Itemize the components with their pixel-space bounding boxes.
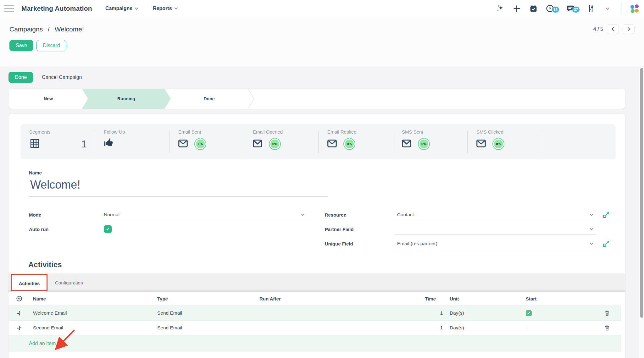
auto-run-label: Auto run (29, 227, 101, 232)
grid-icon (29, 138, 40, 150)
segments-count: 1 (81, 139, 87, 150)
page-scrollbar[interactable] (639, 67, 644, 358)
email-opened-gauge: 0% (269, 138, 281, 150)
drag-handle-icon[interactable] (8, 325, 30, 331)
resource-external-link-icon[interactable] (603, 212, 609, 218)
statusbar: New Running Done (8, 89, 625, 109)
add-an-item-link[interactable]: Add an item (29, 341, 56, 346)
envelope-icon (402, 140, 411, 149)
tab-configuration[interactable]: Configuration (47, 273, 92, 292)
stat-sms-sent[interactable]: SMS Sent 0% (393, 124, 468, 159)
chevron-down-icon (135, 6, 138, 9)
table-row[interactable]: Second Email Send Email 1 Day(s) (8, 321, 621, 335)
hamburger-menu-icon[interactable] (4, 5, 14, 12)
add-item-row: Add an item (8, 335, 621, 352)
sparkles-icon[interactable] (496, 4, 504, 13)
sms-sent-gauge: 0% (418, 138, 430, 150)
unique-field-select[interactable]: Email (res.partner) (395, 238, 596, 249)
kpi-panel: Segments 1 Follow-Up Email Sent 1% Email… (20, 124, 616, 159)
start-checkbox-unchecked[interactable] (526, 325, 526, 331)
column-header-time[interactable]: Time (406, 296, 443, 301)
chevron-down-icon (174, 6, 178, 9)
activities-heading: Activities (28, 260, 625, 269)
sliders-icon[interactable] (587, 4, 595, 13)
unique-field-label: Unique Field (325, 241, 395, 246)
table-header-row: Name Type Run After Time Unit Start (8, 292, 621, 306)
unique-field-external-link-icon[interactable] (603, 240, 609, 247)
resource-label: Resource (325, 212, 395, 218)
navbar-systray: 12 37 (496, 3, 641, 14)
control-panel: Campaigns / Welcome! 4 / 5 Save Discard (0, 17, 644, 66)
chevron-down-icon (590, 227, 593, 230)
breadcrumb-current: Welcome! (55, 25, 84, 33)
status-step-running[interactable]: Running (82, 89, 171, 109)
stat-follow-up[interactable]: Follow-Up (95, 124, 169, 159)
menu-reports[interactable]: Reports (153, 6, 177, 11)
caret-down-icon[interactable] (603, 4, 612, 13)
start-checkbox-checked[interactable]: ✓ (526, 310, 532, 316)
chevron-left-icon (612, 27, 616, 31)
cancel-campaign-button[interactable]: Cancel Campaign (42, 74, 82, 80)
collapse-all-icon[interactable] (8, 295, 30, 302)
navbar-divider (621, 3, 621, 14)
apps-menu-icon[interactable] (630, 4, 639, 13)
activity-unit: Day(s) (443, 310, 519, 316)
chevron-right-icon (626, 27, 630, 31)
notebook-tabs: Activities Configuration (8, 273, 625, 292)
form-action-bar: Done Cancel Campaign (0, 66, 644, 89)
breadcrumb-separator: / (48, 25, 50, 33)
delete-row-icon[interactable] (597, 325, 616, 331)
breadcrumb: Campaigns / Welcome! (9, 25, 84, 33)
stat-segments[interactable]: Segments 1 (20, 124, 95, 159)
activity-count-badge: 12 (552, 7, 559, 13)
activity-name: Second Email (30, 325, 157, 331)
drag-handle-icon[interactable] (8, 311, 30, 316)
discard-button[interactable]: Discard (36, 40, 66, 51)
calendar-check-icon[interactable] (529, 4, 537, 13)
column-header-type[interactable]: Type (157, 296, 259, 301)
menu-campaigns[interactable]: Campaigns (105, 6, 138, 11)
column-header-unit[interactable]: Unit (443, 296, 519, 301)
top-navbar: Marketing Automation Campaigns Reports 1… (0, 0, 644, 17)
pager-counter: 4 / 5 (593, 26, 603, 32)
stat-email-sent[interactable]: Email Sent 1% (169, 124, 244, 159)
plus-icon[interactable] (513, 4, 521, 13)
breadcrumb-campaigns[interactable]: Campaigns (9, 25, 43, 33)
email-replied-gauge: 0% (343, 138, 355, 150)
partner-field-select[interactable] (395, 224, 596, 235)
campaign-name-input[interactable]: Welcome! (29, 175, 328, 197)
activity-clock-icon[interactable]: 12 (546, 4, 554, 13)
resource-select[interactable]: Contact (395, 209, 596, 220)
table-row[interactable]: Welcome Email Send Email 1 Day(s) ✓ (8, 306, 621, 321)
stat-sms-clicked[interactable]: SMS Clicked 0% (468, 124, 542, 159)
envelope-icon (476, 140, 486, 149)
envelope-icon (327, 140, 337, 149)
status-step-done[interactable]: Done (171, 89, 247, 109)
done-button[interactable]: Done (8, 72, 33, 83)
partner-field-label: Partner Field (325, 227, 395, 232)
messages-icon[interactable]: 37 (566, 4, 575, 13)
mode-select[interactable]: Normal (101, 209, 307, 220)
record-pager: 4 / 5 (593, 24, 635, 34)
column-header-run-after[interactable]: Run After (259, 296, 406, 301)
chevron-down-icon (590, 212, 593, 216)
column-header-start[interactable]: Start (519, 296, 597, 301)
activity-type: Send Email (157, 310, 259, 316)
stat-email-opened[interactable]: Email Opened 0% (244, 124, 319, 159)
sms-clicked-gauge: 0% (492, 138, 504, 150)
stat-email-replied[interactable]: Email Replied 0% (319, 124, 393, 159)
email-sent-gauge: 1% (194, 138, 206, 150)
auto-run-checkbox[interactable]: ✓ (104, 225, 112, 233)
pager-next-button[interactable] (623, 24, 635, 34)
status-step-new[interactable]: New (8, 89, 88, 109)
pager-previous-button[interactable] (607, 24, 619, 34)
chevron-down-icon (301, 212, 304, 216)
column-header-name[interactable]: Name (30, 296, 157, 301)
scrollbar-thumb[interactable] (640, 68, 643, 318)
tab-activities[interactable]: Activities (12, 275, 47, 292)
delete-row-icon[interactable] (597, 310, 616, 316)
mode-label: Mode (29, 212, 101, 218)
save-button[interactable]: Save (9, 40, 33, 51)
chevron-down-icon (590, 241, 593, 245)
activity-time: 1 (406, 310, 443, 316)
